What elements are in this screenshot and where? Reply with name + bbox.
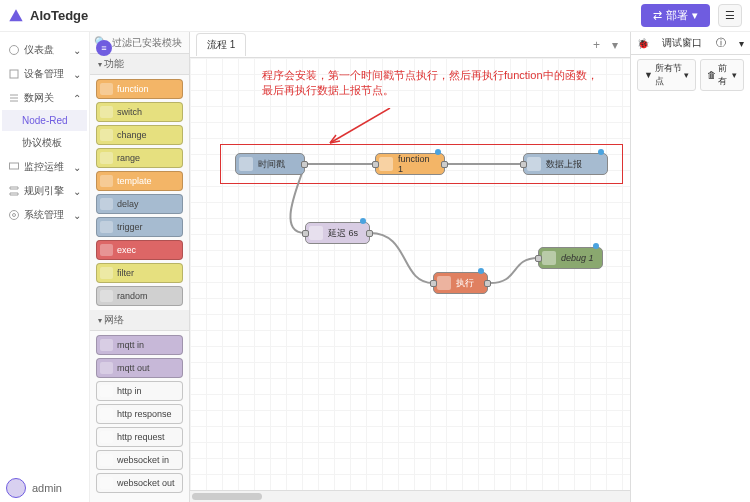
gauge-icon [8,44,20,56]
username-label: admin [32,482,62,494]
output-port[interactable] [301,161,308,168]
nav-label: 仪表盘 [24,43,54,57]
palette-node-http-request[interactable]: http request [96,427,183,447]
output-port[interactable] [366,230,373,237]
palette-node-switch[interactable]: switch [96,102,183,122]
palette-node-trigger[interactable]: trigger [96,217,183,237]
palette-node-mqtt-in[interactable]: mqtt in [96,335,183,355]
palette-node-change[interactable]: change [96,125,183,145]
user-avatar-icon [6,478,26,498]
chevron-up-icon: ⌃ [73,93,81,104]
palette-node-mqtt-out[interactable]: mqtt out [96,358,183,378]
hamburger-menu-button[interactable]: ☰ [718,4,742,27]
flow-canvas[interactable]: 程序会安装，第一个时间戳节点执行，然后再执行function中的函数， 最后再执… [190,58,630,502]
node-label: trigger [117,222,143,232]
debug-panel-title: 调试窗口 [662,36,702,50]
tool-label: 前有 [718,62,730,88]
cube-icon [8,68,20,80]
palette-node-template[interactable]: template [96,171,183,191]
flow-tab-1[interactable]: 流程 1 [196,33,246,56]
palette-toggle-button[interactable]: ≡ [96,40,112,56]
nav-label: Node-Red [22,115,68,126]
canvas-node-inject[interactable]: 时间戳 [235,153,305,175]
node-label: http response [117,409,172,419]
workspace: 流程 1 + ▾ 程序会安装，第一个时间戳节点执行，然后再执行function中… [190,32,630,502]
palette-node-random[interactable]: random [96,286,183,306]
gear-icon [8,209,20,221]
input-port[interactable] [372,161,379,168]
node-label: 时间戳 [258,158,285,171]
palette-node-http-response[interactable]: http response [96,404,183,424]
palette-node-exec[interactable]: exec [96,240,183,260]
palette-node-function[interactable]: function [96,79,183,99]
changed-flag-icon [593,243,599,249]
palette-category-function[interactable]: 功能 [90,54,189,75]
flow-wires [190,58,630,502]
node-label: 执行 [456,277,474,290]
user-footer[interactable]: admin [6,478,62,498]
palette-node-filter[interactable]: filter [96,263,183,283]
svg-point-0 [10,46,19,55]
palette-node-range[interactable]: range [96,148,183,168]
node-label: exec [117,245,136,255]
nav-protocol[interactable]: 协议模板 [2,131,87,155]
share-icon: ⇄ [653,9,662,22]
node-label: filter [117,268,134,278]
changed-flag-icon [478,268,484,274]
nav-system[interactable]: 系统管理⌄ [2,203,87,227]
node-label: debug 1 [561,253,594,263]
input-port[interactable] [430,280,437,287]
nav-dashboard[interactable]: 仪表盘⌄ [2,38,87,62]
output-port[interactable] [484,280,491,287]
input-port[interactable] [520,161,527,168]
debug-clear-button[interactable]: 🗑前有▾ [700,59,744,91]
tab-list-button[interactable]: ▾ [606,36,624,54]
annotation-arrow [320,108,400,148]
brand-logo: AIoTedge [8,8,88,24]
node-label: change [117,130,147,140]
palette-node-delay[interactable]: delay [96,194,183,214]
nav-nodered[interactable]: Node-Red [2,110,87,131]
chevron-down-icon: ⌄ [73,186,81,197]
canvas-node-function[interactable]: function 1 [375,153,445,175]
nav-label: 系统管理 [24,208,64,222]
palette-node-websocket-out[interactable]: websocket out [96,473,183,493]
svg-point-3 [13,214,16,217]
chevron-down-icon: ⌄ [73,69,81,80]
info-icon[interactable]: ⓘ [716,36,726,50]
debug-panel: 🐞 调试窗口 ⓘ ▾ ▼所有节点▾ 🗑前有▾ [630,32,750,502]
nav-rules[interactable]: 规则引擎⌄ [2,179,87,203]
logo-icon [8,8,24,24]
output-port[interactable] [441,161,448,168]
palette-category-network[interactable]: 网络 [90,310,189,331]
chevron-down-icon: ⌄ [73,210,81,221]
canvas-node-debug[interactable]: debug 1 [538,247,603,269]
palette-panel: 🔍 功能 function switch change range templa… [90,32,190,502]
canvas-scrollbar-horizontal[interactable] [190,490,630,502]
svg-point-4 [10,211,19,220]
deploy-button[interactable]: ⇄ 部署 ▾ [641,4,710,27]
canvas-node-report[interactable]: 数据上报 [523,153,608,175]
debug-filter-all-nodes[interactable]: ▼所有节点▾ [637,59,696,91]
canvas-node-delay[interactable]: 延迟 6s [305,222,370,244]
nav-label: 数网关 [24,91,54,105]
canvas-node-exec[interactable]: 执行 [433,272,488,294]
node-label: websocket in [117,455,169,465]
nav-gateway[interactable]: 数网关⌃ [2,86,87,110]
add-tab-button[interactable]: + [587,36,606,54]
node-label: range [117,153,140,163]
node-label: mqtt in [117,340,144,350]
nav-label: 规则引擎 [24,184,64,198]
input-port[interactable] [302,230,309,237]
tool-label: 所有节点 [655,62,682,88]
chevron-down-icon[interactable]: ▾ [739,38,744,49]
input-port[interactable] [535,255,542,262]
node-label: switch [117,107,142,117]
nav-monitor[interactable]: 监控运维⌄ [2,155,87,179]
monitor-icon [8,161,20,173]
palette-node-http-in[interactable]: http in [96,381,183,401]
tab-label: 流程 1 [207,39,235,50]
nav-devices[interactable]: 设备管理⌄ [2,62,87,86]
node-label: 延迟 6s [328,227,358,240]
palette-node-websocket-in[interactable]: websocket in [96,450,183,470]
